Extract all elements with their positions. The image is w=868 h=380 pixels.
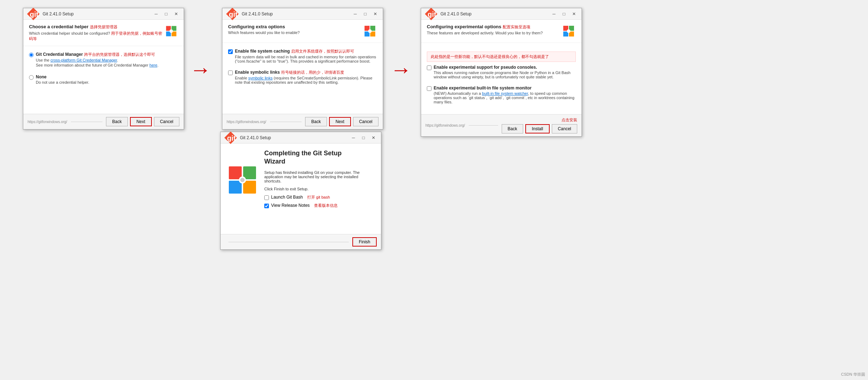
symlinks-link[interactable]: symbolic links xyxy=(248,76,273,80)
footer-buttons-2: Back Next Cancel xyxy=(305,117,378,126)
svg-text:git: git xyxy=(428,10,437,18)
footer-sep-4 xyxy=(228,242,349,242)
titlebar-controls-1: ─ □ ✕ xyxy=(151,10,181,18)
checkbox-view-release[interactable] xyxy=(264,204,269,208)
minimize-btn-4[interactable]: ─ xyxy=(349,134,358,141)
titlebar-title-1: Git 2.41.0 Setup xyxy=(43,11,149,16)
step-subtitle-2: Which features would you like to enable? xyxy=(228,30,300,35)
back-btn-3[interactable]: Back xyxy=(502,124,524,133)
view-release-label: View Release Notes xyxy=(271,203,310,208)
install-annotation: 点击安装 xyxy=(561,117,577,123)
titlebar-3: git Git 2.41.0 Setup ─ □ ✕ xyxy=(421,8,582,20)
footer-buttons-4: Finish xyxy=(352,237,377,247)
gcm-here-link[interactable]: here xyxy=(149,63,157,67)
step-header-text-3: Configuring experimental options 配置实验至选项… xyxy=(427,24,543,35)
completing-title: Completing the Git Setup Wizard xyxy=(264,149,375,166)
none-desc: Do not use a credential helper. xyxy=(36,80,89,84)
titlebar-controls-2: ─ □ ✕ xyxy=(351,10,380,18)
checkbox-launch-bash[interactable] xyxy=(264,195,269,200)
footer-sep-2 xyxy=(270,122,302,122)
svg-rect-24 xyxy=(243,166,256,179)
maximize-btn-4[interactable]: □ xyxy=(359,134,368,141)
option-symlinks-text: Enable symbolic links 符号链接的话，用的少，详情请百度 E… xyxy=(235,70,377,84)
svg-text:git: git xyxy=(30,10,39,18)
radio-git-credential-manager[interactable] xyxy=(29,53,34,57)
back-btn-1[interactable]: Back xyxy=(106,117,128,126)
step-title-1: Choose a credential helper 选择凭据管理器 xyxy=(29,24,164,30)
footer-right-3: 点击安装 Back Install Cancel xyxy=(502,117,577,133)
option-none-text: None Do not use a credential helper. xyxy=(36,74,89,84)
symlinks-label: Enable symbolic links 符号链接的话，用的少，详情请百度 xyxy=(235,70,377,75)
checkbox-fs-monitor[interactable] xyxy=(427,86,431,91)
git-logo-3 xyxy=(561,24,576,38)
window-footer-4: Finish xyxy=(221,234,381,249)
git-logo-svg-large xyxy=(228,166,257,194)
radio-none[interactable] xyxy=(29,75,34,80)
minimize-btn-3[interactable]: ─ xyxy=(549,10,559,18)
maximize-btn-1[interactable]: □ xyxy=(161,10,171,18)
arrow-2: → xyxy=(390,57,412,82)
step-subtitle-3: These features are developed actively. W… xyxy=(427,31,543,35)
cancel-btn-2[interactable]: Cancel xyxy=(353,117,378,126)
minimize-btn-2[interactable]: ─ xyxy=(351,10,360,18)
close-btn-2[interactable]: ✕ xyxy=(371,10,380,18)
finish-btn[interactable]: Finish xyxy=(352,237,377,247)
next-btn-1[interactable]: Next xyxy=(130,117,152,126)
cancel-btn-3[interactable]: Cancel xyxy=(552,124,577,133)
svg-rect-26 xyxy=(243,181,256,194)
launch-bash-label: Launch Git Bash xyxy=(271,195,303,200)
option-file-cache: Enable file system caching 启用文件系统缓存，按照默认… xyxy=(228,49,377,63)
back-btn-2[interactable]: Back xyxy=(305,117,327,126)
completing-desc: Setup has finished installing Git on you… xyxy=(264,170,375,183)
option-file-cache-text: Enable file system caching 启用文件系统缓存，按照默认… xyxy=(235,49,377,63)
option-view-release: View Release Notes 查看版本信息 xyxy=(264,203,375,208)
git-icon-3: git xyxy=(424,7,438,21)
titlebar-1: git Git 2.41.0 Setup ─ □ ✕ xyxy=(23,8,184,20)
option-launch-bash: Launch Git Bash 打开 git bash xyxy=(264,195,375,200)
titlebar-2: git Git 2.41.0 Setup ─ □ ✕ xyxy=(222,8,383,20)
git-logo-large xyxy=(226,149,259,211)
file-cache-annotation: 启用文件系统缓存，按照默认认即可 xyxy=(291,49,354,53)
svg-point-6 xyxy=(169,29,173,33)
install-btn[interactable]: Install xyxy=(525,124,549,133)
close-btn-3[interactable]: ✕ xyxy=(569,10,579,18)
svg-text:git: git xyxy=(227,134,236,142)
gcm-link[interactable]: cross-platform Git Credential Manager xyxy=(50,58,117,62)
window-footer-2: https://gitforwindows.org/ Back Next Can… xyxy=(222,114,383,129)
next-btn-2[interactable]: Next xyxy=(329,117,351,126)
svg-rect-23 xyxy=(229,166,242,179)
footer-buttons-3: Back Install Cancel xyxy=(502,124,577,133)
step-title-annotation-3: 配置实验至选项 xyxy=(503,25,530,29)
titlebar-title-3: Git 2.41.0 Setup xyxy=(440,11,547,16)
git-icon-2: git xyxy=(225,7,240,21)
fs-monitor-desc: (NEW!) Automatically run a built-in file… xyxy=(434,91,576,104)
fs-watcher-link[interactable]: built-in file system watcher xyxy=(482,91,528,96)
file-cache-desc: File system data will be read in bulk an… xyxy=(235,55,377,63)
pseudo-label: Enable experimental support for pseudo c… xyxy=(434,65,576,70)
footer-sep-3 xyxy=(469,125,498,126)
close-btn-1[interactable]: ✕ xyxy=(172,10,181,18)
file-cache-label: Enable file system caching 启用文件系统缓存，按照默认… xyxy=(235,49,377,54)
cancel-btn-1[interactable]: Cancel xyxy=(154,117,179,126)
window-footer-1: https://gitforwindows.org/ Back Next Can… xyxy=(23,114,184,129)
option-git-credential-manager: Git Credential Manager 跨平台的凭据管理器，选择默认这个即… xyxy=(29,52,178,67)
minimize-btn-1[interactable]: ─ xyxy=(151,10,161,18)
close-btn-4[interactable]: ✕ xyxy=(369,134,378,141)
maximize-btn-2[interactable]: □ xyxy=(361,10,370,18)
svg-point-13 xyxy=(368,29,372,33)
maximize-btn-3[interactable]: □ xyxy=(559,10,569,18)
step-header-1: Choose a credential helper 选择凭据管理器 Which… xyxy=(23,20,184,46)
click-finish-text: Click Finish to exit Setup. xyxy=(264,187,375,191)
gcm-label: Git Credential Manager 跨平台的凭据管理器，选择默认这个即… xyxy=(36,52,158,57)
svg-rect-25 xyxy=(229,181,242,194)
pseudo-desc: This allows running native console progr… xyxy=(434,70,576,79)
symlinks-desc: Enable symbolic links (requires the SeCr… xyxy=(235,76,377,84)
window-content-2: Enable file system caching 启用文件系统缓存，按照默认… xyxy=(222,43,383,107)
option-fs-monitor-text: Enable experimental built-in file system… xyxy=(434,86,576,104)
git-logo-2 xyxy=(363,24,377,38)
checkbox-pseudo-consoles[interactable] xyxy=(427,65,431,70)
window-content-1: Git Credential Manager 跨平台的凭据管理器，选择默认这个即… xyxy=(23,46,184,107)
git-icon-4: git xyxy=(223,131,238,145)
checkbox-symlinks[interactable] xyxy=(228,70,233,75)
checkbox-file-cache[interactable] xyxy=(228,49,233,54)
